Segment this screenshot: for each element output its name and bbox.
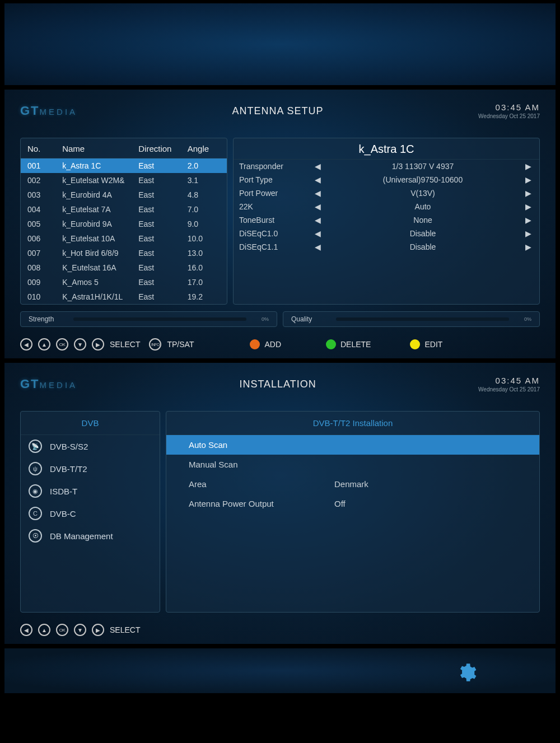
cable-icon: C xyxy=(29,507,42,520)
sidebar-item-db[interactable]: ⦿DB Management xyxy=(21,525,160,547)
bottom-banner xyxy=(4,648,556,693)
add-button[interactable]: ADD xyxy=(250,339,281,349)
installation-screen: GTMEDIA INSTALLATION 03:45 AM Wednesday … xyxy=(4,363,556,644)
clock-date: Wednesday Oct 25 2017 xyxy=(478,113,540,119)
detail-22k[interactable]: 22K◀Auto▶ xyxy=(234,200,539,213)
chevron-left-icon[interactable]: ◀ xyxy=(312,242,323,251)
clock-time: 03:45 AM xyxy=(478,102,540,112)
info-button[interactable]: INFO xyxy=(149,338,161,351)
antenna-icon: ψ xyxy=(29,462,42,475)
detail-diseqc11[interactable]: DiSEqC1.1◀Disable▶ xyxy=(234,240,539,254)
database-icon: ⦿ xyxy=(29,529,42,543)
ok-button[interactable]: OK xyxy=(56,624,68,636)
table-row[interactable]: 001k_Astra 1CEast2.0 xyxy=(21,158,227,173)
detail-diseqc10[interactable]: DiSEqC1.0◀Disable▶ xyxy=(234,227,539,240)
right-icon[interactable]: ▶ xyxy=(92,338,104,351)
quality-bar: Quality0% xyxy=(283,311,540,327)
down-icon[interactable]: ▼ xyxy=(74,338,86,351)
satellite-table-header: No. Name Direction Angle xyxy=(21,138,227,158)
left-icon[interactable]: ◀ xyxy=(20,338,32,351)
broadcast-icon: ◉ xyxy=(29,484,42,498)
page-title: INSTALLATION xyxy=(77,378,478,390)
logo: GTMEDIA xyxy=(20,377,77,391)
clock: 03:45 AM Wednesday Oct 25 2017 xyxy=(478,102,540,119)
table-row[interactable]: 008K_Eutelsat 16AEast16.0 xyxy=(21,260,227,275)
dvb-sidebar: DVB 📡DVB-S/S2 ψDVB-T/T2 ◉ISDB-T CDVB-C ⦿… xyxy=(20,411,160,613)
sidebar-title: DVB xyxy=(21,412,160,435)
clock-date: Wednesday Oct 25 2017 xyxy=(478,386,540,392)
chevron-right-icon[interactable]: ▶ xyxy=(522,242,534,251)
chevron-left-icon[interactable]: ◀ xyxy=(312,175,323,184)
detail-port-type[interactable]: Port Type◀(Universal)9750-10600▶ xyxy=(234,173,539,186)
table-row[interactable]: 003k_Eurobird 4AEast4.8 xyxy=(21,188,227,202)
main-pane-title: DVB-T/T2 Installation xyxy=(166,412,539,435)
select-label: SELECT xyxy=(110,625,140,634)
satellite-table[interactable]: No. Name Direction Angle 001k_Astra 1CEa… xyxy=(20,138,227,305)
chevron-right-icon[interactable]: ▶ xyxy=(522,216,534,225)
red-dot-icon xyxy=(250,339,260,349)
satellite-detail: k_Astra 1C Transponder◀1/3 11307 V 4937▶… xyxy=(233,138,540,305)
clock: 03:45 AM Wednesday Oct 25 2017 xyxy=(478,376,540,392)
chevron-left-icon[interactable]: ◀ xyxy=(312,162,323,171)
toolbar: ◀ ▲ OK ▼ ▶ SELECT xyxy=(20,624,540,636)
delete-button[interactable]: DELETE xyxy=(326,339,371,349)
edit-button[interactable]: EDIT xyxy=(410,339,442,349)
chevron-left-icon[interactable]: ◀ xyxy=(312,229,323,238)
chevron-left-icon[interactable]: ◀ xyxy=(312,202,323,211)
tpsat-label: TP/SAT xyxy=(167,340,194,349)
table-row[interactable]: 005k_Eurobird 9AEast9.0 xyxy=(21,217,227,231)
ok-button[interactable]: OK xyxy=(56,338,68,351)
blank-banner xyxy=(4,3,556,85)
option-area[interactable]: AreaDenmark xyxy=(166,474,539,494)
table-row[interactable]: 004k_Eutelsat 7AEast7.0 xyxy=(21,202,227,217)
down-icon[interactable]: ▼ xyxy=(74,624,86,636)
clock-time: 03:45 AM xyxy=(478,376,540,385)
detail-toneburst[interactable]: ToneBurst◀None▶ xyxy=(234,213,539,227)
satellite-icon: 📡 xyxy=(29,440,42,453)
option-manual-scan[interactable]: Manual Scan xyxy=(166,455,539,474)
table-row[interactable]: 010K_Astra1H/1K/1LEast19.2 xyxy=(21,289,227,304)
chevron-right-icon[interactable]: ▶ xyxy=(522,162,534,171)
select-label: SELECT xyxy=(110,340,140,349)
yellow-dot-icon xyxy=(410,339,420,349)
detail-port-power[interactable]: Port Power◀V(13V)▶ xyxy=(234,186,539,200)
up-icon[interactable]: ▲ xyxy=(38,624,50,636)
antenna-setup-screen: GTMEDIA ANTENNA SETUP 03:45 AM Wednesday… xyxy=(4,90,556,358)
logo: GTMEDIA xyxy=(20,104,77,118)
sidebar-item-dvbs[interactable]: 📡DVB-S/S2 xyxy=(21,435,160,457)
chevron-right-icon[interactable]: ▶ xyxy=(522,229,534,238)
chevron-right-icon[interactable]: ▶ xyxy=(522,189,534,198)
chevron-right-icon[interactable]: ▶ xyxy=(522,175,534,184)
sidebar-item-isdbt[interactable]: ◉ISDB-T xyxy=(21,480,160,502)
chevron-right-icon[interactable]: ▶ xyxy=(522,202,534,211)
option-auto-scan[interactable]: Auto Scan xyxy=(166,435,539,455)
toolbar: ◀ ▲ OK ▼ ▶ SELECT INFO TP/SAT ADD DELETE… xyxy=(20,338,540,351)
green-dot-icon xyxy=(326,339,336,349)
right-icon[interactable]: ▶ xyxy=(92,624,104,636)
chevron-left-icon[interactable]: ◀ xyxy=(312,216,323,225)
sidebar-item-dvbt[interactable]: ψDVB-T/T2 xyxy=(21,457,160,480)
left-icon[interactable]: ◀ xyxy=(20,624,32,636)
detail-title: k_Astra 1C xyxy=(234,138,539,160)
up-icon[interactable]: ▲ xyxy=(38,338,50,351)
table-row[interactable]: 007k_Hot Bird 6/8/9East13.0 xyxy=(21,246,227,260)
detail-transponder[interactable]: Transponder◀1/3 11307 V 4937▶ xyxy=(234,160,539,173)
installation-options: DVB-T/T2 Installation Auto Scan Manual S… xyxy=(166,411,540,613)
strength-bar: Strength0% xyxy=(20,311,277,327)
sidebar-item-dvbc[interactable]: CDVB-C xyxy=(21,502,160,525)
table-row[interactable]: 006k_Eutelsat 10AEast10.0 xyxy=(21,231,227,246)
table-row[interactable]: 002k_Eutelsat W2M&East3.1 xyxy=(21,173,227,188)
table-row[interactable]: 009K_Amos 5East17.0 xyxy=(21,275,227,289)
page-title: ANTENNA SETUP xyxy=(77,105,478,117)
option-antenna-power[interactable]: Antenna Power OutputOff xyxy=(166,494,539,513)
chevron-left-icon[interactable]: ◀ xyxy=(312,189,323,198)
gear-icon[interactable] xyxy=(456,662,477,683)
